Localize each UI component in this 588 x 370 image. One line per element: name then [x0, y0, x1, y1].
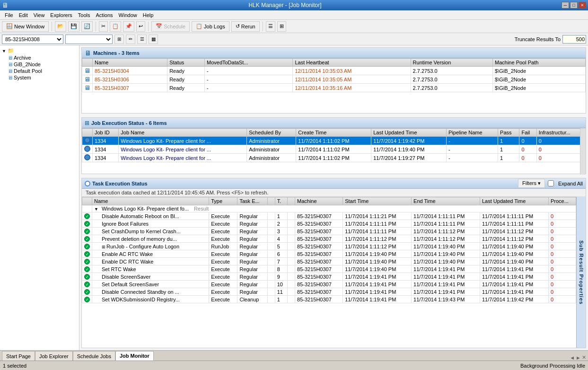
- addr-icon-btn-1[interactable]: ⊞: [114, 35, 124, 44]
- tree-root[interactable]: ▼ 📁: [2, 47, 77, 54]
- view-list-button[interactable]: ☰: [266, 21, 275, 32]
- minimize-button[interactable]: ─: [562, 2, 569, 9]
- machine-pool-select[interactable]: 85-3215H0308: [2, 35, 63, 44]
- menu-view[interactable]: View: [31, 11, 48, 19]
- task-expand-icon[interactable]: ▼: [94, 207, 98, 211]
- menu-tools[interactable]: Tools: [75, 11, 93, 19]
- table-row[interactable]: 🖥 85-3215H0306 Ready - 12/11/2014 10:35:…: [82, 75, 586, 84]
- job-col-fail[interactable]: Fail: [519, 129, 536, 137]
- job-col-updated[interactable]: Last Updated Time: [371, 129, 447, 137]
- job-scrollbar[interactable]: [580, 128, 586, 175]
- tab-close-icon[interactable]: ✕: [582, 354, 586, 361]
- job-col-pipeline[interactable]: Pipeline Name: [447, 129, 498, 137]
- job-col-create[interactable]: Create Time: [296, 129, 371, 137]
- machines-table-container[interactable]: Name Status MovedToDataSt... Last Heartb…: [82, 58, 586, 114]
- table-row[interactable]: ✓ Disable ScreenSaver Execute Regular 9 …: [82, 273, 576, 281]
- schedule-button[interactable]: 📅 Schedule: [151, 21, 190, 32]
- addr-icon-btn-3[interactable]: ☰: [137, 35, 147, 44]
- menu-file[interactable]: File: [2, 11, 16, 19]
- table-row[interactable]: ✓ Enable DC RTC Wake Execute Regular 7 8…: [82, 258, 576, 265]
- undo-button[interactable]: ↩: [136, 21, 145, 32]
- save-button[interactable]: 💾: [68, 21, 79, 32]
- new-window-button[interactable]: 🪟 New Window: [2, 21, 49, 32]
- task-col-type[interactable]: Type: [209, 197, 237, 205]
- sidebar-item-gib2node[interactable]: 🖥 GiB_2Node: [8, 61, 77, 68]
- copy-button[interactable]: 📋: [110, 21, 121, 32]
- truncate-input[interactable]: [562, 35, 586, 44]
- task-col-end[interactable]: End Time: [412, 197, 480, 205]
- machines-col-name[interactable]: Name: [93, 59, 167, 67]
- refresh-button[interactable]: 🔄: [81, 21, 93, 32]
- task-col-taske[interactable]: Task E...: [237, 197, 267, 205]
- menu-actions[interactable]: Actions: [93, 11, 116, 19]
- title-controls[interactable]: ─ □ ✕: [562, 2, 586, 9]
- tab-schedule-jobs[interactable]: Schedule Jobs: [73, 351, 115, 361]
- table-row[interactable]: 🖥 85-3215H0304 Ready - 12/11/2014 10:35:…: [82, 67, 586, 75]
- table-row[interactable]: ✓ Disable Connected Standby on ... Execu…: [82, 288, 576, 296]
- table-row[interactable]: 1334 Windows Logo Kit- Prepare client fo…: [82, 137, 586, 145]
- task-table-container[interactable]: Name Type Task E... T. Machine Start Tim…: [82, 197, 576, 348]
- tree-expand-root[interactable]: ▼: [2, 49, 7, 53]
- table-row[interactable]: ✓ Set Default ScreenSaver Execute Regula…: [82, 281, 576, 288]
- menu-edit[interactable]: Edit: [16, 11, 31, 19]
- table-row[interactable]: ✓ Disable Automatic Reboot on Bl... Exec…: [82, 212, 576, 220]
- machines-col-heartbeat[interactable]: Last Heartbeat: [293, 59, 411, 67]
- expand-all-checkbox[interactable]: [548, 180, 554, 186]
- sidebar-item-archive[interactable]: 🖥 Archive: [8, 54, 77, 61]
- job-table-container[interactable]: Job ID Job Name Scheduled By Create Time…: [82, 128, 586, 175]
- view-detail-button[interactable]: ⊞: [277, 21, 286, 32]
- maximize-button[interactable]: □: [570, 2, 578, 9]
- task-col-start[interactable]: Start Time: [343, 197, 412, 205]
- job-col-scheduled[interactable]: Scheduled By: [247, 129, 296, 137]
- secondary-select[interactable]: [65, 35, 113, 44]
- job-col-name[interactable]: Job Name: [119, 129, 247, 137]
- table-row[interactable]: ✓ Set RTC Wake Execute Regular 8 85-3215…: [82, 265, 576, 273]
- table-row[interactable]: ✓ Set WDKSubmissionID Registry... Execut…: [82, 296, 576, 303]
- rerun-button[interactable]: ↺ Rerun: [231, 21, 260, 32]
- job-scheduled: Administrator: [247, 137, 296, 145]
- table-row[interactable]: ✓ Enable AC RTC Wake Execute Regular 6 8…: [82, 250, 576, 258]
- addr-icon-btn-4[interactable]: ▦: [149, 35, 158, 44]
- menu-explorers[interactable]: Explorers: [47, 11, 75, 19]
- cut-button[interactable]: ✂: [99, 21, 108, 32]
- task-col-proc[interactable]: Proce...: [548, 197, 576, 205]
- job-col-id[interactable]: Job ID: [93, 129, 119, 137]
- close-button[interactable]: ✕: [579, 2, 586, 9]
- table-row[interactable]: ✓ Prevent deletion of memory du... Execu…: [82, 235, 576, 243]
- tab-prev-icon[interactable]: ◄: [570, 355, 575, 361]
- table-row[interactable]: 1334 Windows Logo Kit- Prepare client fo…: [82, 154, 586, 162]
- job-col-pass[interactable]: Pass: [498, 129, 519, 137]
- table-row[interactable]: ✓ ⊞RunJob - Configure Auto Logon RunJob …: [82, 243, 576, 250]
- table-row[interactable]: ✓ Ignore Boot Failures Execute Regular 2…: [82, 220, 576, 228]
- machines-col-pool[interactable]: Machine Pool Path: [493, 59, 586, 67]
- sidebar-item-system[interactable]: 🖥 System: [8, 74, 77, 81]
- tab-job-explorer[interactable]: Job Explorer: [35, 351, 73, 361]
- machines-col-status[interactable]: Status: [167, 59, 205, 67]
- job-icon-cell: [82, 154, 93, 162]
- table-row[interactable]: ▼ Windows Logo Kit- Prepare client fo...…: [82, 205, 576, 212]
- task-col-updated[interactable]: Last Updated Time: [480, 197, 549, 205]
- filters-button[interactable]: Filters ▾: [518, 179, 545, 188]
- task-col-machine[interactable]: Machine: [295, 197, 343, 205]
- menu-window[interactable]: Window: [116, 11, 140, 19]
- tab-next-icon[interactable]: ►: [576, 355, 581, 361]
- sub-result-properties-panel[interactable]: Sub Result Properties: [576, 197, 586, 348]
- task-sub-expand[interactable]: ⊞: [102, 245, 105, 249]
- task-col-name[interactable]: Name: [92, 197, 209, 205]
- job-logs-button[interactable]: 📋 Job Logs: [192, 21, 229, 32]
- tab-nav[interactable]: ◄ ► ✕: [570, 354, 586, 361]
- machines-col-runtime[interactable]: Runtime Version: [411, 59, 492, 67]
- menu-help[interactable]: Help: [140, 11, 157, 19]
- task-col-t[interactable]: T.: [275, 197, 287, 205]
- job-col-infra[interactable]: Infrastructur...: [536, 129, 585, 137]
- table-row[interactable]: ✓ Set CrashDump to Kernel Crash... Execu…: [82, 228, 576, 235]
- tab-job-monitor[interactable]: Job Monitor: [115, 351, 154, 361]
- addr-icon-btn-2[interactable]: ✏: [126, 35, 135, 44]
- paste-button[interactable]: 📌: [123, 21, 134, 32]
- table-row[interactable]: 1334 Windows Logo Kit- Prepare client fo…: [82, 145, 586, 154]
- open-button[interactable]: 📂: [55, 21, 66, 32]
- sidebar-item-default-pool[interactable]: 🖥 Default Pool: [8, 68, 77, 74]
- table-row[interactable]: 🖥 85-3215H0307 Ready - 12/11/2014 10:35:…: [82, 84, 586, 92]
- tab-start-page[interactable]: Start Page: [2, 351, 35, 361]
- machines-col-moved[interactable]: MovedToDataSt...: [204, 59, 292, 67]
